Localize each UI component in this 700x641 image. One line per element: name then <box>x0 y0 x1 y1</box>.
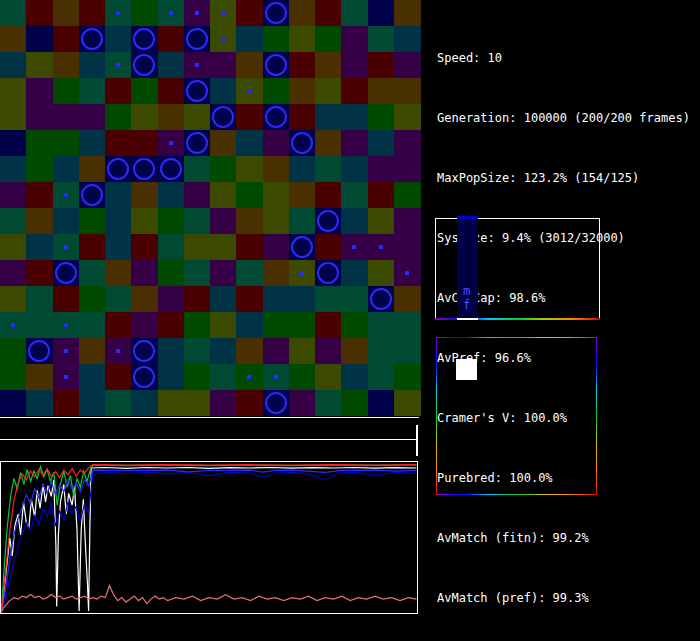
agent-circle <box>265 54 287 76</box>
agent-dot <box>116 11 120 15</box>
grid-cell <box>53 208 80 234</box>
grid-cell <box>289 156 316 182</box>
grid-cell <box>289 104 316 130</box>
grid-cell <box>210 312 237 338</box>
grid-cell <box>158 338 185 364</box>
agent-dot <box>195 11 199 15</box>
grid-cell <box>289 208 316 234</box>
grid-cell <box>53 156 80 182</box>
grid-cell <box>131 364 158 390</box>
grid-cell <box>105 104 132 130</box>
grid-cell <box>105 364 132 390</box>
histogram-mf-label: m f <box>457 284 478 312</box>
grid-cell <box>368 234 395 260</box>
grid-cell <box>0 130 27 156</box>
grid-cell <box>263 52 290 78</box>
agent-circle <box>55 262 77 284</box>
grid-cell <box>341 26 368 52</box>
grid-cell <box>0 364 27 390</box>
grid-cell <box>158 52 185 78</box>
agent-dot <box>221 11 225 15</box>
grid-cell <box>158 286 185 312</box>
grid-cell <box>131 338 158 364</box>
grid-cell <box>79 286 106 312</box>
timeline-track <box>0 439 418 440</box>
grid-cell <box>236 52 263 78</box>
grid-cell <box>315 338 342 364</box>
grid-cell <box>289 338 316 364</box>
grid-cell <box>289 260 316 286</box>
grid-cell <box>79 130 106 156</box>
grid-cell <box>26 78 53 104</box>
grid-cell <box>263 208 290 234</box>
grid-cell <box>368 130 395 156</box>
grid-cell <box>184 104 211 130</box>
grid-cell <box>26 260 53 286</box>
grid-cell <box>158 312 185 338</box>
grid-cell <box>368 26 395 52</box>
agent-circle <box>291 236 313 258</box>
grid-cell <box>341 78 368 104</box>
grid-cell <box>79 156 106 182</box>
simulation-window: Speed: 10 Generation: 100000 (200/200 fr… <box>0 0 700 641</box>
grid-cell <box>394 312 421 338</box>
grid-cell <box>105 156 132 182</box>
grid-cell <box>341 312 368 338</box>
grid-cell <box>184 338 211 364</box>
grid-cell <box>131 26 158 52</box>
series-blue-metric-1 <box>2 470 417 612</box>
grid-cell <box>53 312 80 338</box>
grid-cell <box>158 364 185 390</box>
grid-cell <box>0 234 27 260</box>
grid-cell <box>315 364 342 390</box>
grid-cell <box>0 52 27 78</box>
grid-cell <box>79 52 106 78</box>
grid-cell <box>0 390 27 416</box>
grid-cell <box>263 260 290 286</box>
agent-dot <box>64 349 68 353</box>
grid-cell <box>394 52 421 78</box>
grid-cell <box>236 156 263 182</box>
grid-cell <box>79 78 106 104</box>
stats-panel: Speed: 10 Generation: 100000 (200/200 fr… <box>437 8 690 641</box>
grid-cell <box>315 156 342 182</box>
grid-cell <box>394 390 421 416</box>
grid-cell <box>79 208 106 234</box>
grid-cell <box>210 390 237 416</box>
grid-cell <box>341 182 368 208</box>
agent-circle <box>212 106 234 128</box>
hue-axis-bar-gap <box>457 318 478 320</box>
grid-cell <box>184 52 211 78</box>
grid-cell <box>394 338 421 364</box>
world-grid <box>0 0 420 416</box>
grid-cell <box>341 104 368 130</box>
grid-cell <box>236 234 263 260</box>
grid-cell <box>131 182 158 208</box>
grid-cell <box>158 234 185 260</box>
grid-cell <box>263 338 290 364</box>
grid-cell <box>341 286 368 312</box>
agent-circle <box>133 340 155 362</box>
grid-bottom-border <box>0 417 419 418</box>
grid-cell <box>53 364 80 390</box>
grid-cell <box>105 0 132 26</box>
agent-circle <box>317 210 339 232</box>
grid-cell <box>53 0 80 26</box>
grid-cell <box>105 260 132 286</box>
grid-cell <box>79 390 106 416</box>
grid-cell <box>131 234 158 260</box>
grid-cell <box>26 312 53 338</box>
grid-cell <box>158 156 185 182</box>
grid-cell <box>315 312 342 338</box>
grid-cell <box>236 338 263 364</box>
grid-cell <box>210 260 237 286</box>
grid-cell <box>131 260 158 286</box>
agent-circle <box>81 184 103 206</box>
grid-cell <box>79 312 106 338</box>
grid-cell <box>158 390 185 416</box>
grid-cell <box>53 234 80 260</box>
timeline-position-marker[interactable] <box>416 425 418 456</box>
grid-cell <box>105 52 132 78</box>
agent-circle <box>133 158 155 180</box>
grid-cell <box>0 286 27 312</box>
